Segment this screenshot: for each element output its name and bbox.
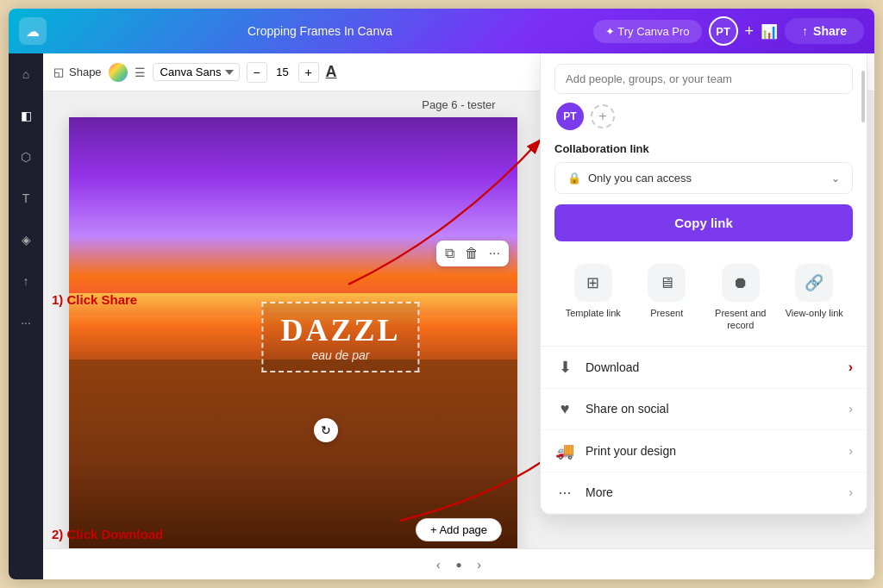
download-icon: ⬇ [554, 358, 575, 377]
action-template-link[interactable]: ⊞ Template link [558, 253, 629, 342]
collab-access-text: Only you can access [588, 172, 824, 185]
sidebar-item-design[interactable]: ◧ [12, 102, 40, 129]
main-content: ⌂ ◧ ⬡ T ◈ ↑ ··· ◱ Shape ☰ Canva Sans − 1… [9, 53, 874, 579]
font-size-value: 15 [274, 66, 291, 78]
view-only-link-icon: 🔗 [795, 264, 833, 302]
menu-icon[interactable]: ☰ [135, 66, 146, 79]
menu-item-share-social[interactable]: ♥ Share on social › [541, 389, 867, 430]
share-social-chevron-icon: › [849, 402, 853, 416]
action-present[interactable]: 🖥 Present [632, 253, 703, 342]
download-label: Download [586, 360, 838, 374]
add-collaborator-icon[interactable]: + [745, 22, 755, 41]
sidebar-item-more[interactable]: ··· [12, 309, 40, 336]
prev-page-button[interactable]: ‹ [428, 554, 448, 575]
collab-label: Collaboration link [554, 142, 853, 155]
share-icon: ↑ [802, 24, 808, 38]
canvas-page[interactable]: DAZZL eau de par ⧉ 🗑 ··· ↻ [69, 117, 517, 548]
panel-scrollbar-thumb [861, 71, 865, 122]
shape-tool[interactable]: ◱ Shape [53, 66, 102, 78]
lock-icon: 🔒 [567, 172, 581, 185]
template-link-icon: ⊞ [574, 264, 612, 302]
element-toolbar: ⧉ 🗑 ··· [436, 241, 509, 266]
action-links-grid: ⊞ Template link 🖥 Present ⏺ Present and … [554, 253, 853, 342]
collab-dropdown[interactable]: 🔒 Only you can access ⌄ [554, 162, 853, 194]
download-chevron-icon: › [849, 360, 853, 375]
analytics-icon[interactable]: 📊 [761, 23, 778, 40]
more-label: More [586, 485, 838, 499]
next-page-button[interactable]: › [469, 554, 490, 575]
topbar-right-actions: ✦ Try Canva Pro PT + 📊 ↑ Share [593, 16, 864, 46]
canva-logo[interactable]: ☁ [19, 17, 47, 45]
sidebar-item-home[interactable]: ⌂ [12, 60, 40, 88]
print-chevron-icon: › [849, 444, 853, 458]
present-record-icon: ⏺ [722, 264, 760, 302]
font-selector[interactable]: Canva Sans [153, 63, 240, 81]
color-swatch[interactable] [109, 63, 128, 82]
sidebar-item-elements[interactable]: ⬡ [12, 143, 40, 171]
delete-icon[interactable]: 🗑 [465, 246, 479, 261]
avatars-row: PT + [554, 103, 853, 130]
more-icon: ··· [554, 484, 575, 502]
print-label: Print your design [586, 444, 838, 458]
copy-link-button[interactable]: Copy link [554, 204, 853, 241]
share-panel-inner: PT + Collaboration link 🔒 Only you can a… [541, 53, 867, 342]
panel-scrollbar [861, 53, 865, 514]
shape-icon: ◱ [53, 66, 64, 78]
more-chevron-icon: › [849, 485, 853, 499]
chevron-down-icon: ⌄ [831, 172, 840, 185]
text-style-button[interactable]: A [326, 63, 337, 81]
view-only-link-label: View-only link [786, 307, 843, 319]
more-options-icon[interactable]: ··· [489, 246, 500, 261]
menu-item-download[interactable]: ⬇ Download › [541, 347, 867, 389]
add-people-input[interactable] [554, 64, 853, 94]
action-present-record[interactable]: ⏺ Present and record [705, 253, 776, 342]
document-title: Cropping Frames In Canva [55, 24, 585, 38]
sidebar-item-uploads[interactable]: ↑ [12, 267, 40, 295]
topbar: ☁ Cropping Frames In Canva ✦ Try Canva P… [9, 9, 874, 53]
share-button[interactable]: ↑ Share [785, 18, 864, 44]
page-indicator: ● [455, 559, 461, 571]
menu-item-print[interactable]: 🚚 Print your design › [541, 430, 867, 472]
annotation-click-share: 1) Click Share [52, 292, 137, 307]
canvas-text-element[interactable]: DAZZL eau de par [261, 302, 419, 372]
left-sidebar: ⌂ ◧ ⬡ T ◈ ↑ ··· [9, 53, 43, 579]
print-icon: 🚚 [554, 441, 575, 460]
menu-item-more[interactable]: ··· More › [541, 472, 867, 514]
canvas-text-sub: eau de par [280, 348, 400, 362]
sidebar-item-brand[interactable]: ◈ [12, 226, 40, 253]
duplicate-icon[interactable]: ⧉ [445, 246, 454, 261]
increase-font-button[interactable]: + [298, 62, 319, 83]
add-page-button[interactable]: + Add page [416, 518, 502, 541]
present-record-label: Present and record [709, 307, 773, 332]
sidebar-item-text[interactable]: T [12, 185, 40, 212]
template-link-label: Template link [566, 307, 621, 319]
decrease-font-button[interactable]: − [247, 62, 267, 83]
share-social-label: Share on social [586, 402, 838, 416]
panel-avatar: PT [556, 103, 584, 130]
app-frame: ☁ Cropping Frames In Canva ✦ Try Canva P… [9, 9, 874, 579]
bottom-bar: ‹ ● › [43, 548, 874, 579]
avatar: PT [709, 16, 738, 46]
add-person-button[interactable]: + [591, 104, 615, 128]
share-social-icon: ♥ [554, 400, 575, 418]
try-pro-button[interactable]: ✦ Try Canva Pro [593, 20, 702, 43]
annotation-click-download: 2) Click Download [52, 527, 163, 541]
present-label: Present [650, 307, 683, 319]
canvas-text-main: DAZZL [280, 312, 400, 348]
page-label: Page 6 - tester [422, 98, 495, 111]
action-view-only-link[interactable]: 🔗 View-only link [780, 253, 850, 342]
present-icon: 🖥 [648, 264, 686, 302]
share-panel: PT + Collaboration link 🔒 Only you can a… [540, 53, 867, 515]
